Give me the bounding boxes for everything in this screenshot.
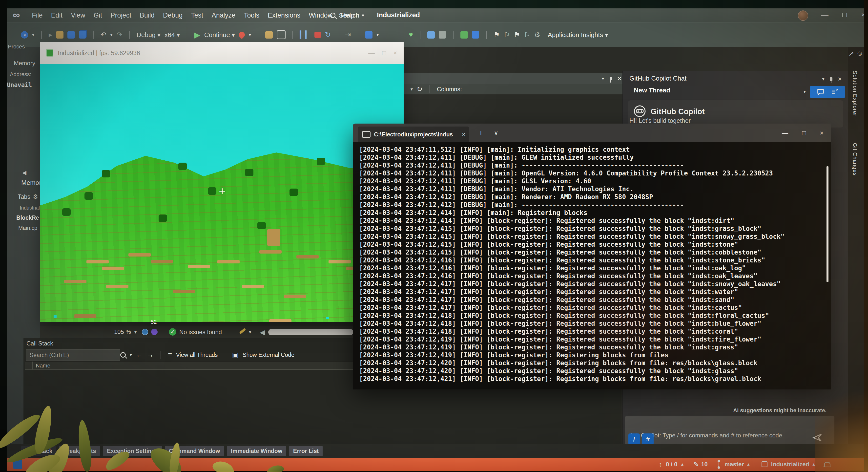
restart-icon[interactable]: ↻: [325, 31, 331, 38]
gear-icon[interactable]: ⚙: [33, 193, 38, 200]
incoming-outgoing-count[interactable]: 0 / 0: [666, 461, 678, 468]
call-stack-search-input[interactable]: [26, 349, 120, 361]
terminal-scrollbar[interactable]: [827, 166, 829, 282]
terminal-minimize-icon[interactable]: —: [782, 129, 788, 137]
navigate-back-icon[interactable]: ◂: [21, 31, 28, 38]
menu-item[interactable]: View: [67, 11, 89, 19]
restore-button[interactable]: □: [838, 9, 851, 20]
chevron-down-icon[interactable]: ▾: [602, 76, 604, 81]
memory-tab[interactable]: Memory: [21, 179, 40, 186]
menu-item[interactable]: Build: [135, 11, 159, 19]
chevron-up-icon[interactable]: ▲: [812, 462, 816, 467]
avatar[interactable]: [798, 10, 808, 21]
search-cluster[interactable]: Search ▾: [323, 8, 364, 22]
continue-button[interactable]: Continue ▾: [204, 32, 235, 38]
gear-icon[interactable]: ⚙: [534, 31, 540, 38]
redo-icon[interactable]: ↷: [117, 31, 122, 38]
open-file-icon[interactable]: [56, 31, 63, 38]
menu-item[interactable]: Extensions: [264, 11, 305, 19]
menu-item[interactable]: File: [28, 11, 47, 19]
close-icon[interactable]: ×: [618, 75, 621, 82]
new-tab-icon[interactable]: +: [479, 129, 483, 137]
chevron-down-icon[interactable]: ▾: [111, 33, 113, 37]
tab-error-list[interactable]: Error List: [289, 446, 323, 456]
folder-icon[interactable]: [265, 31, 273, 38]
send-icon[interactable]: [812, 433, 823, 443]
window-layout-icon[interactable]: [277, 30, 285, 39]
tab-call-stack[interactable]: Call Stack: [21, 446, 56, 456]
collapse-arrow-icon[interactable]: ◀: [22, 170, 26, 176]
menu-item[interactable]: Project: [106, 11, 135, 19]
game-minimize-icon[interactable]: —: [368, 49, 375, 57]
columns-label[interactable]: Columns:: [437, 86, 462, 93]
zoom-level-dropdown[interactable]: 105 %: [114, 328, 131, 335]
issues-status[interactable]: No issues found: [179, 329, 222, 335]
minimize-button[interactable]: —: [818, 9, 831, 20]
new-thread-tab[interactable]: New Thread: [634, 87, 670, 94]
chevron-down-icon[interactable]: ▾: [376, 33, 379, 37]
diagnostics-icon[interactable]: ♥: [409, 31, 413, 38]
solution-configuration-dropdown[interactable]: Debug ▾: [136, 32, 160, 38]
brush-icon[interactable]: [239, 328, 246, 334]
menu-item[interactable]: Test: [187, 11, 208, 19]
menu-item[interactable]: Analyze: [208, 11, 240, 19]
terminal-close-icon[interactable]: ×: [820, 129, 824, 137]
view-all-threads-button[interactable]: View all Threads: [176, 352, 218, 358]
package-icon[interactable]: [460, 31, 468, 38]
undo-icon[interactable]: ↶: [100, 31, 106, 38]
solution-platform-dropdown[interactable]: x64 ▾: [164, 32, 180, 38]
game-close-icon[interactable]: ×: [394, 49, 397, 57]
chevron-down-icon[interactable]: ▾: [32, 33, 34, 37]
close-button[interactable]: ×: [857, 9, 868, 20]
bookmark-prev-icon[interactable]: ⚑: [514, 31, 520, 38]
search-label[interactable]: Search: [339, 11, 359, 19]
hash-reference-chip[interactable]: #: [642, 434, 654, 445]
continue-play-icon[interactable]: ▶: [194, 31, 200, 39]
pin-icon[interactable]: [830, 77, 832, 81]
share-icon[interactable]: ↗: [848, 50, 854, 58]
tab-dropdown-icon[interactable]: ∨: [494, 129, 498, 137]
chevron-up-icon[interactable]: ▲: [746, 462, 750, 467]
updown-arrows-icon[interactable]: ↕: [659, 461, 662, 468]
list-check-icon[interactable]: [831, 88, 838, 96]
back-arrow-icon[interactable]: ←: [136, 351, 143, 358]
bookmark-icon[interactable]: ⚑: [494, 31, 500, 38]
forward-arrow-icon[interactable]: →: [147, 351, 154, 358]
chevron-down-icon[interactable]: ▾: [134, 330, 136, 334]
tab-breakpoints[interactable]: Breakpoints: [59, 446, 100, 456]
slash-command-chip[interactable]: /: [628, 434, 640, 445]
game-title-bar[interactable]: Industrialized | fps: 59.629936 — □ ×: [40, 42, 404, 64]
chevron-down-icon[interactable]: ▾: [130, 353, 132, 357]
save-icon[interactable]: [67, 31, 75, 38]
terminal-tab[interactable]: C:\Electrodiux\projects\Indus ×: [358, 126, 469, 142]
show-next-statement-icon[interactable]: ⇥: [345, 31, 351, 38]
branch-name[interactable]: master: [724, 461, 744, 468]
chat-bubble-icon[interactable]: [817, 88, 824, 96]
horizontal-scrollbar[interactable]: [268, 329, 353, 335]
background-tasks-icon[interactable]: [13, 460, 22, 469]
tab-exception-settings[interactable]: Exception Settings: [103, 446, 162, 456]
rail-tab-git-changes[interactable]: Git Changes: [852, 143, 858, 176]
doc-tab-industrialized[interactable]: Industrial: [20, 205, 40, 211]
extension-icon[interactable]: [151, 329, 158, 335]
close-icon[interactable]: ×: [838, 76, 842, 83]
hot-reload-icon[interactable]: [238, 31, 246, 39]
navigate-forward-icon[interactable]: ▸: [49, 31, 52, 38]
tab-immediate-window[interactable]: Immediate Window: [227, 446, 286, 456]
show-external-code-button[interactable]: Show External Code: [243, 352, 294, 358]
menu-item[interactable]: Tools: [240, 11, 264, 19]
file-icon[interactable]: [439, 31, 446, 38]
rail-tab-solution-explorer[interactable]: Solution Explorer: [852, 71, 858, 116]
publish-icon[interactable]: [472, 31, 479, 38]
doc-tab-blockregister[interactable]: BlockRe: [16, 214, 39, 221]
tab-close-icon[interactable]: ×: [462, 131, 465, 138]
compare-icon[interactable]: [427, 31, 435, 38]
refresh-icon[interactable]: ↻: [417, 86, 423, 93]
feedback-icon[interactable]: ☺: [856, 50, 863, 57]
save-all-icon[interactable]: [79, 31, 86, 38]
stop-icon[interactable]: [314, 32, 321, 38]
terminal-output[interactable]: [2024-03-04 23:47:11,512] [INFO] [main]:…: [353, 142, 831, 389]
application-insights-dropdown[interactable]: Application Insights ▾: [548, 32, 608, 38]
chevron-down-icon[interactable]: ▾: [249, 330, 251, 334]
globe-icon[interactable]: [142, 329, 148, 335]
